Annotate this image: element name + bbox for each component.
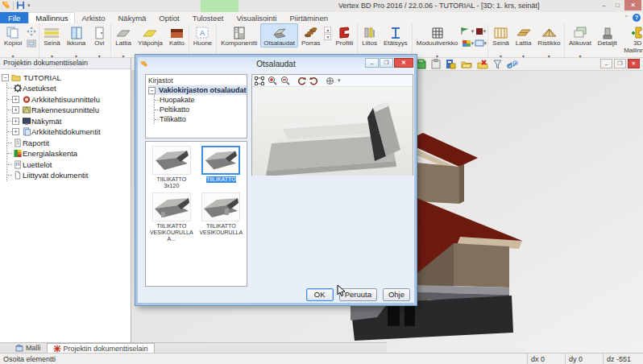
maximize-button[interactable]: □ [611, 0, 624, 10]
tree-item-energialaskenta[interactable]: Energialaskenta [7, 148, 129, 159]
collapse-ribbon-icon[interactable]: ⌃ [624, 14, 628, 21]
zoom-in-icon[interactable] [268, 76, 277, 85]
thumbnail-image [152, 146, 191, 175]
top-slab-icon [143, 27, 157, 39]
move-button[interactable] [25, 26, 38, 36]
zoom-out-icon[interactable] [280, 76, 290, 85]
library-item-tiilikatto[interactable]: Tiilikatto [155, 114, 247, 124]
doc-close-button[interactable]: ✕ [628, 59, 640, 68]
thumbnail-tiilikatto-vesikourulla-a[interactable]: TIILIKATTO VESIKOURULLA A... [148, 192, 195, 242]
close-button[interactable]: ✕ [624, 0, 641, 10]
library-root-row[interactable]: − Vakiokirjaston otsalaudat [148, 85, 247, 95]
vertex-logo-icon[interactable] [2, 1, 10, 10]
thumbnail-tiilikatto-3x120[interactable]: TIILIKATTO 3x120 [148, 146, 195, 189]
rotate-ccw-icon[interactable] [297, 77, 306, 85]
expand-icon[interactable]: + [12, 118, 19, 125]
zone-colors-icon [462, 39, 471, 48]
porras-button[interactable]: Porras [298, 23, 324, 48]
zone-blue-icon [475, 39, 484, 47]
ribbon-group-elementti: Seinä Lattia Ristikko Elementti [488, 23, 565, 57]
library-item-huopakate[interactable]: Huopakate [155, 95, 247, 105]
energy-icon [13, 149, 23, 158]
ohje-button[interactable]: Ohje [383, 288, 410, 301]
expand-icon[interactable]: + [12, 128, 19, 135]
tab-malli[interactable]: Malli [10, 343, 47, 353]
tab-nakyma[interactable]: Näkymä [112, 12, 153, 23]
render-mode-icon[interactable] [326, 77, 334, 85]
rotate-cw-icon[interactable] [309, 77, 318, 85]
zone-red-button[interactable]: ▾ [474, 26, 487, 36]
render-mode-caret[interactable]: ▾ [338, 77, 341, 84]
komponentti-button[interactable]: Komponentti [218, 23, 260, 48]
tree-root-tutorial[interactable]: − TUTORIAL [2, 72, 129, 83]
kopioi-button[interactable]: Kopioi [1, 23, 25, 62]
collapse-expander-icon[interactable]: − [2, 74, 9, 81]
component-green-icon[interactable] [416, 59, 426, 69]
dialog-title-bar[interactable]: Otsalaudat – ❐ ✕ [138, 57, 414, 70]
seina-button[interactable]: Seinä [40, 23, 63, 62]
zone-colors-button[interactable]: ▾ [461, 38, 474, 48]
lattia-button[interactable]: Lattia [112, 23, 135, 62]
statistics-icon[interactable] [446, 59, 456, 69]
tree-item-rakennesuunnittelu[interactable]: + Rakennesuunnittelu [7, 105, 129, 116]
tab-optiot[interactable]: Optiot [152, 12, 185, 23]
tree-item-liittyvat-dokumentit[interactable]: Liittyvät dokumentit [7, 170, 129, 181]
tab-visualisointi[interactable]: Visualisointi [230, 12, 283, 23]
expand-icon[interactable]: + [12, 96, 19, 103]
dialog-maximize-button[interactable]: ❐ [380, 58, 393, 68]
dialog-close-button[interactable]: ✕ [394, 58, 413, 68]
panel-tab-bar: Malli Projektin dokumenttiselain [0, 342, 387, 353]
zone-blue-button[interactable]: ▾ [474, 38, 487, 48]
tab-projektin-dokumenttiselain[interactable]: Projektin dokumenttiselain [47, 343, 155, 353]
ikkuna-button[interactable]: Ikkuna [64, 23, 89, 62]
ok-button[interactable]: OK [306, 288, 334, 301]
help-icon[interactable]: ? [633, 14, 641, 22]
zone-flag-button[interactable]: ▾ [461, 26, 474, 36]
library-children: Huopakate Peltikatto Tiilikatto [154, 95, 247, 124]
moduuliverkko-button[interactable]: Moduuliverkko [413, 23, 462, 62]
open-folder-icon[interactable] [461, 60, 472, 68]
lists-icon [13, 160, 23, 169]
otsalaudat-button[interactable]: Otsalaudat [260, 23, 298, 48]
detaljit-button[interactable]: Detaljit [595, 23, 620, 48]
qat-dropdown-caret[interactable]: ▾ [27, 2, 31, 9]
dialog-button-row: OK Peruuta Ohje [138, 288, 414, 301]
doc-minimize-button[interactable]: – [600, 59, 612, 68]
collapse-expander-icon[interactable]: − [148, 87, 156, 94]
ristikko-button[interactable]: Ristikko [534, 23, 563, 62]
tree-item-luettelot[interactable]: Luettelot [7, 159, 129, 171]
dialog-minimize-button[interactable]: – [365, 58, 379, 68]
expand-icon[interactable]: + [12, 106, 19, 114]
tree-item-arkkitehtidokumentit[interactable]: + Arkkitehtidokumentit [7, 126, 129, 138]
thumbnail-tiilikatto-vesikourulla[interactable]: TIILIKATTO VESIKOURULLA [198, 192, 245, 242]
fit-frame-icon[interactable] [255, 77, 264, 85]
tab-arkisto[interactable]: Arkisto [75, 12, 111, 23]
tab-piirtaminen[interactable]: Piirtäminen [283, 12, 334, 23]
alikuvat-button[interactable]: Alikuvat [566, 23, 594, 62]
gallery-spinner[interactable]: ▲▼ [323, 23, 332, 43]
preview-render-area[interactable] [252, 87, 413, 176]
clipboard-icon[interactable] [431, 59, 441, 69]
save-icon[interactable] [16, 1, 25, 10]
ovi-button[interactable]: Ovi [89, 23, 110, 62]
filter-funnel-icon[interactable] [493, 60, 502, 69]
clone-button[interactable] [25, 38, 38, 48]
otsalaudat-dialog: Otsalaudat – ❐ ✕ Kirjastot − Vakiokirjas… [135, 55, 417, 305]
tab-file[interactable]: File [0, 12, 28, 23]
elementti-seina-button[interactable]: Seinä [489, 23, 512, 62]
tree-item-nakymat[interactable]: + Näkymät [7, 116, 129, 127]
minimize-button[interactable]: – [597, 0, 611, 10]
tab-tulosteet[interactable]: Tulosteet [186, 12, 230, 23]
tree-item-arkkitehtisuunnittelu[interactable]: + Arkkitehtisuunnittelu [7, 94, 129, 105]
thumbnail-tiilikatto-selected[interactable]: TIILIKATTO [198, 146, 245, 189]
library-item-peltikatto[interactable]: Peltikatto [155, 105, 247, 114]
doc-restore-button[interactable]: ❐ [614, 59, 626, 68]
tree-item-asetukset[interactable]: Asetukset [7, 83, 129, 94]
tab-mallinnus[interactable]: Mallinnus [28, 12, 75, 23]
delete-folder-icon[interactable] [477, 60, 488, 69]
elementti-lattia-button[interactable]: Lattia [512, 23, 535, 62]
tree-item-raportit[interactable]: Raportit [7, 138, 129, 149]
ribbon-group-taydentava: Komponentti Otsalaudat Porras ▲▼ Profiil… [217, 23, 358, 57]
separator [13, 2, 14, 10]
link-icon[interactable] [507, 60, 518, 69]
